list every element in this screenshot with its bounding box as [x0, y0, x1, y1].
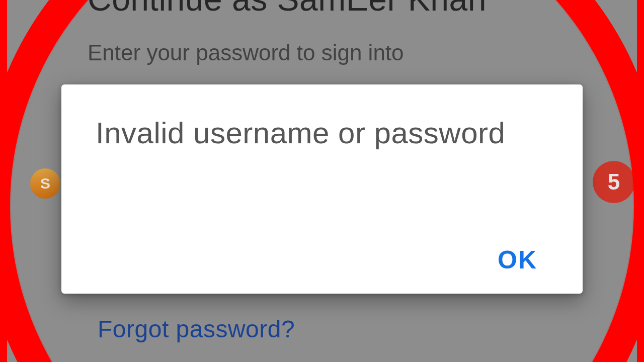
app-surface: Continue as SamEer Khan Enter your passw… [7, 0, 637, 362]
screenshot-frame: Continue as SamEer Khan Enter your passw… [0, 0, 644, 362]
ok-button[interactable]: OK [492, 241, 543, 279]
dialog-actions: OK [96, 241, 548, 279]
error-message: Invalid username or password [96, 113, 548, 153]
error-dialog: Invalid username or password OK [61, 84, 583, 294]
